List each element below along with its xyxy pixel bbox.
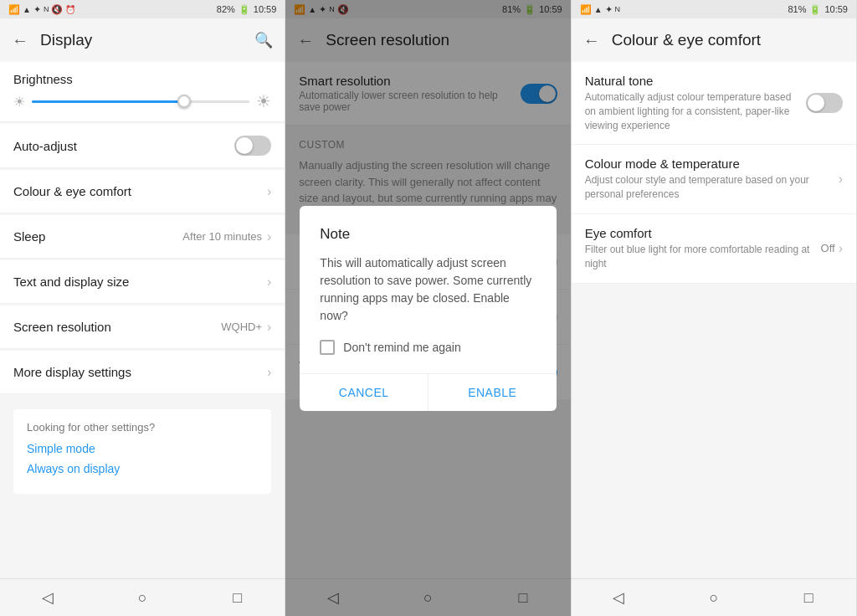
colour-mode-info: Colour mode & temperature Adjust colour … bbox=[585, 157, 839, 202]
nav-bar-1: ◁ ○ □ bbox=[0, 578, 285, 616]
wifi-icon: ▲ bbox=[23, 5, 31, 14]
colour-mode-title: Colour mode & temperature bbox=[585, 157, 839, 171]
colour-mode-row[interactable]: Colour mode & temperature Adjust colour … bbox=[572, 145, 856, 214]
sleep-section: Sleep After 10 minutes › bbox=[0, 215, 285, 259]
screen-res-row[interactable]: Screen resolution WQHD+ › bbox=[0, 305, 285, 349]
info-card: Looking for other settings? Simple mode … bbox=[13, 409, 271, 494]
wifi-icon-3: ▲ bbox=[594, 5, 603, 14]
screen-res-value: WQHD+ bbox=[221, 321, 262, 333]
signal-icon-3: 📶 bbox=[580, 4, 592, 15]
home-nav-3[interactable]: ○ bbox=[702, 586, 726, 609]
brightness-thumb[interactable] bbox=[177, 95, 191, 108]
more-display-label: More display settings bbox=[13, 365, 267, 379]
text-display-section: Text and display size › bbox=[0, 260, 285, 304]
dialog-checkbox[interactable] bbox=[320, 340, 335, 355]
nfc-icon: N bbox=[44, 5, 49, 13]
text-display-label: Text and display size bbox=[13, 275, 267, 289]
bluetooth-icon: ✦ bbox=[33, 4, 41, 15]
top-bar-colour: ← Colour & eye comfort bbox=[572, 18, 856, 62]
nav-bar-3: ◁ ○ □ bbox=[572, 578, 856, 616]
more-display-row[interactable]: More display settings › bbox=[0, 351, 285, 394]
brightness-fill bbox=[32, 100, 184, 103]
auto-adjust-thumb bbox=[236, 137, 253, 154]
battery-percent-3: 81% bbox=[788, 4, 806, 14]
colour-eye-chevron: › bbox=[267, 184, 271, 199]
enable-button[interactable]: ENABLE bbox=[428, 374, 557, 411]
status-bar-1: 📶 ▲ ✦ N 🔇 ⏰ 82% 🔋 10:59 bbox=[0, 0, 285, 18]
natural-tone-info: Natural tone Automatically adjust colour… bbox=[585, 74, 798, 132]
simple-mode-link[interactable]: Simple mode bbox=[27, 442, 258, 455]
status-left-1: 📶 ▲ ✦ N 🔇 ⏰ bbox=[8, 4, 75, 15]
auto-adjust-toggle[interactable] bbox=[234, 136, 271, 156]
status-bar-3: 📶 ▲ ✦ N 81% 🔋 10:59 bbox=[572, 0, 856, 18]
back-button-1[interactable]: ← bbox=[12, 31, 28, 50]
dialog-buttons: CANCEL ENABLE bbox=[300, 373, 556, 411]
search-icon-1[interactable]: 🔍 bbox=[254, 31, 273, 49]
panel-colour-eye: 📶 ▲ ✦ N 81% 🔋 10:59 ← Colour & eye comfo… bbox=[572, 0, 857, 616]
status-left-3: 📶 ▲ ✦ N bbox=[580, 4, 620, 15]
natural-tone-toggle[interactable] bbox=[806, 93, 843, 113]
time-3: 10:59 bbox=[824, 4, 848, 14]
brightness-slider[interactable] bbox=[32, 100, 249, 103]
screen-res-label: Screen resolution bbox=[13, 320, 221, 334]
eye-comfort-info: Eye comfort Filter out blue light for mo… bbox=[585, 226, 821, 271]
dialog-checkbox-label: Don't remind me again bbox=[343, 341, 460, 354]
natural-tone-thumb bbox=[808, 95, 824, 111]
cancel-button[interactable]: CANCEL bbox=[300, 374, 428, 411]
sun-large-icon: ☀ bbox=[256, 91, 271, 111]
eye-comfort-row[interactable]: Eye comfort Filter out blue light for mo… bbox=[572, 214, 856, 284]
page-title-display: Display bbox=[40, 31, 254, 49]
always-on-link[interactable]: Always on display bbox=[27, 462, 258, 475]
battery-percent-1: 82% bbox=[217, 4, 235, 14]
mute-icon: 🔇 bbox=[51, 4, 63, 15]
panel-display: 📶 ▲ ✦ N 🔇 ⏰ 82% 🔋 10:59 ← Display 🔍 Brig… bbox=[0, 0, 285, 616]
eye-comfort-value: Off bbox=[821, 242, 835, 254]
bluetooth-icon-3: ✦ bbox=[605, 4, 613, 15]
more-display-section: More display settings › bbox=[0, 351, 285, 394]
info-card-title: Looking for other settings? bbox=[27, 421, 258, 434]
colour-mode-subtitle: Adjust colour style and temperature base… bbox=[585, 173, 839, 202]
signal-icon: 📶 bbox=[8, 4, 20, 15]
dialog-checkbox-row: Don't remind me again bbox=[320, 340, 536, 355]
auto-adjust-row: Auto-adjust bbox=[0, 124, 285, 168]
dialog-title: Note bbox=[320, 226, 536, 243]
panel-screen-resolution: 📶 ▲ ✦ N 🔇 81% 🔋 10:59 ← Screen resolutio… bbox=[285, 0, 571, 616]
home-nav-1[interactable]: ○ bbox=[131, 586, 154, 609]
back-button-3[interactable]: ← bbox=[583, 31, 600, 50]
auto-adjust-section: Auto-adjust bbox=[0, 124, 285, 168]
nfc-icon-3: N bbox=[615, 5, 621, 13]
recent-nav-1[interactable]: □ bbox=[226, 586, 249, 609]
status-right-3: 81% 🔋 10:59 bbox=[788, 4, 848, 15]
brightness-label: Brightness bbox=[13, 72, 271, 86]
top-bar-display: ← Display 🔍 bbox=[0, 18, 285, 62]
text-display-row[interactable]: Text and display size › bbox=[0, 260, 285, 304]
brightness-slider-row: ☀ ☀ bbox=[13, 91, 271, 111]
battery-icon-1: 🔋 bbox=[239, 4, 250, 15]
sleep-chevron: › bbox=[267, 229, 271, 244]
page-title-colour: Colour & eye comfort bbox=[612, 31, 844, 49]
colour-eye-label: Colour & eye comfort bbox=[13, 184, 267, 198]
eye-comfort-title: Eye comfort bbox=[585, 226, 821, 240]
text-display-chevron: › bbox=[267, 275, 271, 290]
alarm-icon: ⏰ bbox=[65, 5, 75, 14]
more-display-chevron: › bbox=[267, 365, 271, 380]
sleep-row[interactable]: Sleep After 10 minutes › bbox=[0, 215, 285, 259]
colour-mode-chevron: › bbox=[839, 172, 843, 187]
recent-nav-3[interactable]: □ bbox=[797, 586, 820, 609]
dialog-overlay: Note This will automatically adjust scre… bbox=[285, 0, 570, 616]
back-nav-1[interactable]: ◁ bbox=[36, 586, 59, 609]
colour-eye-row[interactable]: Colour & eye comfort › bbox=[0, 170, 285, 213]
back-nav-3[interactable]: ◁ bbox=[607, 586, 630, 609]
status-right-1: 82% 🔋 10:59 bbox=[217, 4, 277, 15]
natural-tone-row: Natural tone Automatically adjust colour… bbox=[572, 62, 856, 145]
eye-comfort-subtitle: Filter out blue light for more comfortab… bbox=[585, 243, 821, 271]
dialog-body: This will automatically adjust screen re… bbox=[320, 254, 536, 325]
battery-icon-3: 🔋 bbox=[809, 4, 821, 15]
colour-section: Natural tone Automatically adjust colour… bbox=[572, 62, 856, 284]
sun-small-icon: ☀ bbox=[13, 94, 25, 110]
sleep-value: After 10 minutes bbox=[182, 230, 262, 243]
screen-res-section: Screen resolution WQHD+ › bbox=[0, 305, 285, 349]
note-dialog: Note This will automatically adjust scre… bbox=[300, 206, 556, 411]
brightness-section: Brightness ☀ ☀ bbox=[0, 62, 285, 122]
colour-eye-section: Colour & eye comfort › bbox=[0, 170, 285, 213]
